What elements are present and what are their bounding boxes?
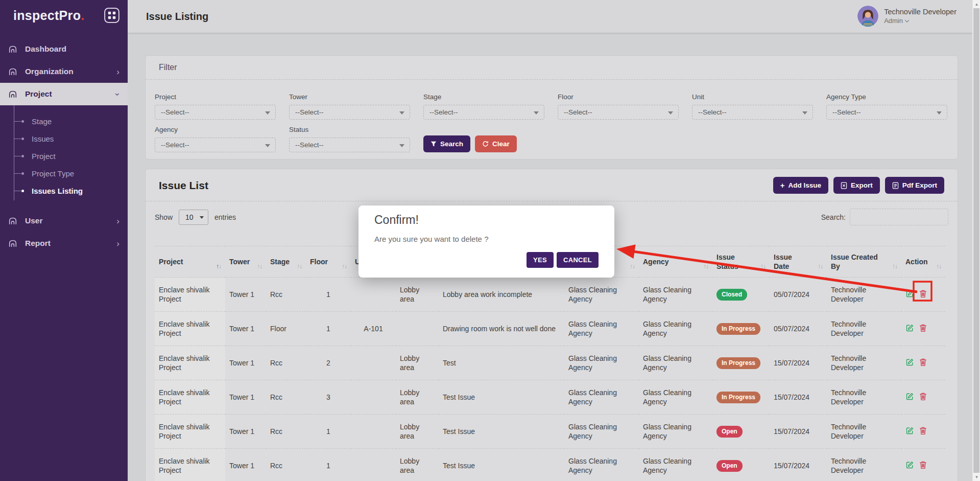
cancel-button[interactable]: CANCEL: [557, 252, 599, 268]
tower-select[interactable]: --Select--: [289, 105, 410, 120]
vertical-scrollbar[interactable]: ▲ ▼: [972, 0, 980, 481]
column-header-tower[interactable]: Tower↑↓: [225, 246, 266, 278]
top-header: Issue Listing Technoville Developer Admi…: [128, 0, 980, 33]
sidebar-item-user[interactable]: User ›: [0, 210, 128, 232]
agency-select[interactable]: --Select--: [155, 138, 276, 152]
delete-button[interactable]: [919, 426, 927, 435]
trash-icon: [919, 461, 927, 469]
project-select[interactable]: --Select--: [155, 105, 276, 120]
clear-button-label: Clear: [492, 140, 510, 148]
cell-location: [396, 312, 439, 346]
export-label: Export: [851, 181, 873, 189]
cell-status: Closed: [712, 278, 770, 312]
delete-button[interactable]: [919, 461, 927, 469]
edit-pencil-icon: [905, 426, 914, 435]
status-badge: Open: [716, 460, 743, 472]
edit-button[interactable]: [905, 289, 914, 298]
trash-icon: [919, 392, 927, 401]
plus-icon: +: [780, 181, 785, 190]
cell-created_by: Technoville Developer: [827, 449, 901, 481]
sort-arrows-icon: ↑↓: [297, 263, 302, 271]
filter-label-agency-type: Agency Type: [826, 93, 947, 101]
add-issue-button[interactable]: +Add Issue: [773, 177, 828, 194]
edit-button[interactable]: [905, 358, 914, 367]
pdf-export-label: Pdf Export: [902, 181, 937, 189]
agency-type-select[interactable]: --Select--: [826, 105, 947, 120]
delete-button[interactable]: [919, 358, 927, 367]
column-header-floor[interactable]: Floor↑↓: [306, 246, 351, 278]
status-select[interactable]: --Select--: [289, 138, 410, 152]
excel-file-icon: [841, 182, 847, 189]
pdf-export-button[interactable]: Pdf Export: [885, 177, 944, 194]
cell-created_by: Technoville Developer: [827, 346, 901, 380]
floor-select[interactable]: --Select--: [558, 105, 679, 120]
trash-icon: [919, 358, 927, 367]
table-row: Enclave shivalik ProjectTower 1Floor1A-1…: [155, 312, 945, 346]
user-role[interactable]: Admin: [884, 17, 957, 25]
avatar[interactable]: [857, 6, 878, 27]
column-header-action[interactable]: Action↑↓: [901, 246, 945, 278]
column-header-created_by[interactable]: Issue Created By↑↓: [827, 246, 901, 278]
scroll-up-arrow[interactable]: ▲: [973, 0, 980, 8]
sidebar-item-project[interactable]: Project ›: [0, 83, 128, 105]
table-search-input[interactable]: [850, 209, 948, 225]
sidebar-subitem-issues[interactable]: Issues: [0, 130, 128, 147]
cell-date: 05/07/2024: [770, 312, 827, 346]
delete-button[interactable]: [919, 392, 927, 401]
column-header-project[interactable]: Project↑↓: [155, 246, 225, 278]
sidebar-subitem-project-type[interactable]: Project Type: [0, 165, 128, 182]
sidebar-subitem-issues-listing[interactable]: Issues Listing: [0, 182, 128, 199]
column-header-date[interactable]: Issue Date↑↓: [770, 246, 827, 278]
cell-tower: Tower 1: [225, 278, 266, 312]
edit-button[interactable]: [905, 392, 914, 401]
status-badge: In Progress: [716, 357, 760, 370]
scrollbar-thumb[interactable]: [973, 8, 979, 473]
column-header-stage[interactable]: Stage↑↓: [266, 246, 306, 278]
column-header-agency[interactable]: Agency↑↓: [639, 246, 712, 278]
sidebar-item-dashboard[interactable]: Dashboard: [0, 38, 128, 60]
cell-status: Open: [712, 449, 770, 481]
sidebar-subitem-project[interactable]: Project: [0, 147, 128, 165]
cell-issue: Drawing room work is not well done: [439, 312, 564, 346]
edit-button[interactable]: [905, 426, 914, 435]
delete-button[interactable]: [919, 324, 927, 332]
column-label: Project: [159, 258, 183, 266]
table-row: Enclave shivalik ProjectTower 1Rcc1Lobby…: [155, 278, 945, 312]
filter-funnel-icon: [431, 141, 437, 147]
stage-select[interactable]: --Select--: [423, 105, 544, 120]
cell-agency_type: Glass Cleaning Agency: [564, 278, 639, 312]
filter-label-stage: Stage: [423, 93, 544, 101]
column-label: Stage: [270, 258, 290, 266]
sort-arrows-icon: ↑↓: [216, 263, 221, 271]
app-logo[interactable]: inspectPro.: [13, 8, 84, 23]
edit-button[interactable]: [905, 461, 914, 469]
unit-select[interactable]: --Select--: [692, 105, 813, 120]
column-label: Agency: [643, 258, 669, 266]
cell-project: Enclave shivalik Project: [155, 346, 225, 380]
sidebar-item-report[interactable]: Report ›: [0, 232, 128, 255]
delete-button[interactable]: [919, 289, 927, 298]
page-size-select[interactable]: 10: [179, 210, 208, 225]
sidebar-toggle-grid-icon[interactable]: [104, 8, 119, 23]
cell-issue: Test Issue: [439, 380, 564, 415]
user-menu[interactable]: Technoville Developer Admin: [857, 6, 957, 27]
search-button[interactable]: Search: [423, 135, 470, 152]
edit-pencil-icon: [905, 324, 914, 332]
export-button[interactable]: Export: [833, 177, 880, 194]
cell-agency: Glass Cleaning Agency: [639, 278, 712, 312]
home-icon: [8, 216, 17, 225]
cell-tower: Tower 1: [225, 415, 266, 449]
yes-button[interactable]: YES: [527, 252, 554, 268]
select-value: --Select--: [161, 108, 189, 116]
cell-stage: Floor: [266, 312, 306, 346]
edit-button[interactable]: [905, 324, 914, 332]
home-icon: [8, 89, 17, 99]
project-submenu: Stage Issues Project Project Type Issues…: [0, 105, 128, 202]
sidebar-item-organization[interactable]: Organization ›: [0, 60, 128, 83]
cell-floor: 2: [306, 346, 351, 380]
clear-button[interactable]: Clear: [475, 135, 517, 152]
sidebar-subitem-stage[interactable]: Stage: [0, 112, 128, 130]
scroll-down-arrow[interactable]: ▼: [973, 473, 980, 481]
column-header-status[interactable]: Issue Status↑↓: [712, 246, 770, 278]
sort-arrows-icon: ↑↓: [342, 263, 347, 271]
